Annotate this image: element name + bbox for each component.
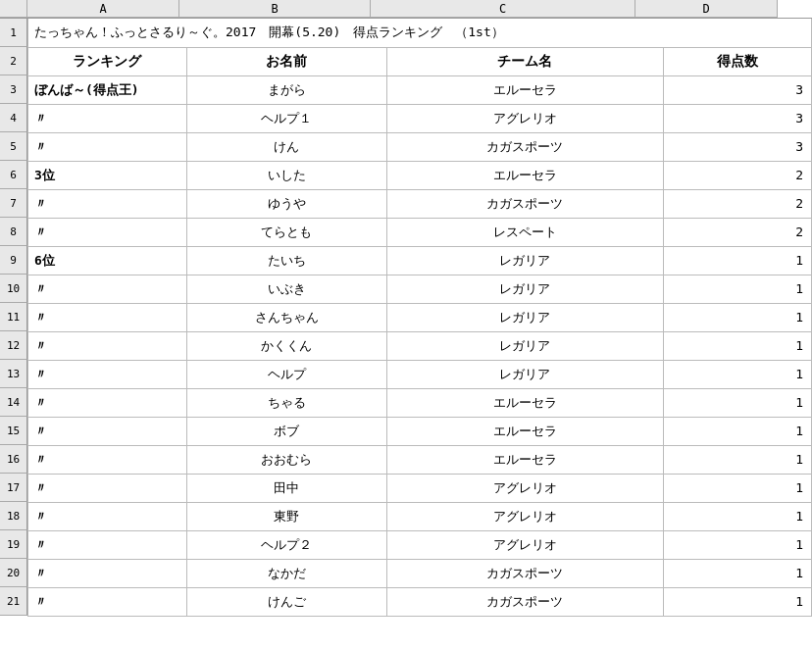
name-cell: まがら	[186, 75, 386, 104]
team-cell: カガスポーツ	[386, 559, 663, 587]
score-cell: 1	[663, 530, 811, 559]
score-cell: 2	[663, 218, 811, 246]
title-row: たっちゃん！ふっとさるり～ぐ。2017 開幕(5.20) 得点ランキング （1s…	[28, 19, 812, 47]
table-row: 〃かくくんレガリア1	[28, 331, 812, 360]
table-row: 6位たいちレガリア1	[28, 246, 812, 275]
team-cell: アグレリオ	[386, 474, 663, 502]
row-number: 4	[0, 104, 27, 132]
team-cell: アグレリオ	[386, 530, 663, 559]
row-number: 3	[0, 75, 27, 104]
score-cell: 3	[663, 104, 811, 132]
col-header-D[interactable]: D	[635, 0, 778, 18]
team-cell: アグレリオ	[386, 502, 663, 530]
header-row: ランキング お名前 チーム名 得点数	[28, 47, 812, 75]
row-number: 6	[0, 161, 27, 189]
row-number: 14	[0, 388, 27, 417]
team-cell: レガリア	[386, 303, 663, 331]
row-number: 20	[0, 559, 27, 587]
score-cell: 1	[663, 502, 811, 530]
name-cell: けんご	[186, 587, 386, 616]
row-number: 10	[0, 275, 27, 303]
corner-header	[0, 0, 27, 18]
row-number: 7	[0, 189, 27, 218]
row-number: 8	[0, 218, 27, 246]
ranking-cell: 〃	[28, 502, 187, 530]
name-cell: おおむら	[186, 445, 386, 474]
table-row: 3位いしたエルーセラ2	[28, 161, 812, 189]
score-cell: 1	[663, 360, 811, 388]
name-cell: 田中	[186, 474, 386, 502]
col-header-B[interactable]: B	[179, 0, 371, 18]
ranking-cell: 〃	[28, 417, 187, 445]
table-row: 〃おおむらエルーセラ1	[28, 445, 812, 474]
ranking-cell: 〃	[28, 559, 187, 587]
ranking-cell: 6位	[28, 246, 187, 275]
score-cell: 1	[663, 474, 811, 502]
ranking-cell: 〃	[28, 474, 187, 502]
ranking-cell: 〃	[28, 445, 187, 474]
table-row: 〃ゆうやカガスポーツ2	[28, 189, 812, 218]
row-number: 13	[0, 360, 27, 388]
table-row: 〃いぶきレガリア1	[28, 275, 812, 303]
team-cell: レガリア	[386, 360, 663, 388]
name-cell: ヘルプ１	[186, 104, 386, 132]
table-row: 〃ちゃるエルーセラ1	[28, 388, 812, 417]
table-row: ぼんば～(得点王)まがらエルーセラ3	[28, 75, 812, 104]
team-cell: エルーセラ	[386, 75, 663, 104]
table-row: 〃ヘルプ２アグレリオ1	[28, 530, 812, 559]
team-cell: レガリア	[386, 246, 663, 275]
row-number: 19	[0, 530, 27, 559]
row-number: 9	[0, 246, 27, 275]
team-cell: カガスポーツ	[386, 587, 663, 616]
score-cell: 1	[663, 275, 811, 303]
row-number: 12	[0, 331, 27, 360]
ranking-cell: 3位	[28, 161, 187, 189]
name-cell: 東野	[186, 502, 386, 530]
team-cell: レガリア	[386, 331, 663, 360]
score-cell: 1	[663, 246, 811, 275]
team-cell: エルーセラ	[386, 445, 663, 474]
score-cell: 1	[663, 388, 811, 417]
row-numbers: 123456789101112131415161718192021	[0, 19, 27, 617]
table-row: 〃ヘルプ１アグレリオ3	[28, 104, 812, 132]
ranking-cell: 〃	[28, 303, 187, 331]
name-cell: ゆうや	[186, 189, 386, 218]
name-cell: けん	[186, 132, 386, 161]
ranking-cell: 〃	[28, 132, 187, 161]
ranking-cell: 〃	[28, 275, 187, 303]
name-cell: ちゃる	[186, 388, 386, 417]
col-header-A[interactable]: A	[27, 0, 179, 18]
table-row: 〃東野アグレリオ1	[28, 502, 812, 530]
row-number: 17	[0, 474, 27, 502]
name-cell: ボブ	[186, 417, 386, 445]
team-cell: エルーセラ	[386, 388, 663, 417]
score-cell: 2	[663, 161, 811, 189]
name-cell: いした	[186, 161, 386, 189]
data-table: たっちゃん！ふっとさるり～ぐ。2017 開幕(5.20) 得点ランキング （1s…	[27, 19, 812, 617]
ranking-cell: 〃	[28, 360, 187, 388]
table-row: 〃ヘルプレガリア1	[28, 360, 812, 388]
team-cell: カガスポーツ	[386, 189, 663, 218]
row-number: 1	[0, 19, 27, 47]
score-cell: 3	[663, 75, 811, 104]
spreadsheet: A B C D 12345678910111213141516171819202…	[0, 0, 812, 650]
table-row: 〃けんごカガスポーツ1	[28, 587, 812, 616]
team-cell: アグレリオ	[386, 104, 663, 132]
header-score: 得点数	[663, 47, 811, 75]
name-cell: たいち	[186, 246, 386, 275]
name-cell: てらとも	[186, 218, 386, 246]
score-cell: 1	[663, 417, 811, 445]
row-number: 2	[0, 47, 27, 75]
name-cell: ヘルプ	[186, 360, 386, 388]
row-number: 16	[0, 445, 27, 474]
row-number: 15	[0, 417, 27, 445]
score-cell: 1	[663, 445, 811, 474]
col-header-C[interactable]: C	[371, 0, 635, 18]
ranking-cell: 〃	[28, 104, 187, 132]
table-row: 〃田中アグレリオ1	[28, 474, 812, 502]
name-cell: いぶき	[186, 275, 386, 303]
table-row: 〃ボブエルーセラ1	[28, 417, 812, 445]
row-number: 5	[0, 132, 27, 161]
score-cell: 1	[663, 303, 811, 331]
score-cell: 1	[663, 331, 811, 360]
